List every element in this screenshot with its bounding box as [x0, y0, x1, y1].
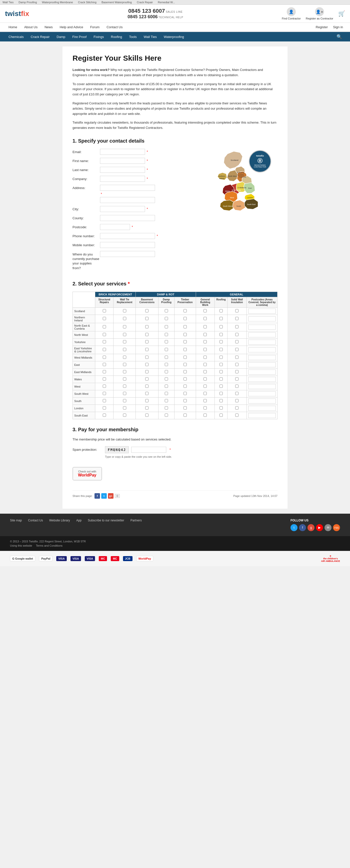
- service-checkbox[interactable]: [220, 377, 223, 380]
- service-checkbox[interactable]: [204, 384, 207, 388]
- service-checkbox[interactable]: [123, 333, 126, 336]
- service-checkbox[interactable]: [145, 377, 148, 380]
- address-input-2[interactable]: [100, 197, 155, 203]
- service-checkbox[interactable]: [123, 377, 126, 380]
- service-checkbox[interactable]: [235, 333, 238, 336]
- service-checkbox[interactable]: [235, 406, 238, 409]
- service-checkbox[interactable]: [123, 363, 126, 366]
- service-checkbox[interactable]: [204, 348, 207, 351]
- service-checkbox[interactable]: [204, 377, 207, 380]
- service-checkbox[interactable]: [165, 406, 168, 409]
- service-checkbox[interactable]: [103, 309, 106, 312]
- address-input-1[interactable]: [100, 185, 155, 191]
- service-checkbox[interactable]: [204, 370, 207, 373]
- postcode-input-cell[interactable]: [248, 413, 276, 418]
- service-checkbox[interactable]: [145, 370, 148, 373]
- service-checkbox[interactable]: [220, 355, 223, 359]
- service-checkbox[interactable]: [204, 406, 207, 409]
- ticker-basement[interactable]: Basement Waterproofing: [101, 1, 132, 4]
- service-checkbox[interactable]: [145, 333, 148, 336]
- postcode-input-cell[interactable]: [248, 355, 276, 360]
- cat-fire-proof[interactable]: Fire Proof: [69, 32, 90, 41]
- lastname-input[interactable]: [100, 167, 145, 173]
- service-checkbox[interactable]: [103, 413, 106, 417]
- mobile-input[interactable]: [100, 242, 155, 248]
- service-checkbox[interactable]: [183, 309, 187, 312]
- ticker-crack-repair[interactable]: Crack Repair: [137, 1, 153, 4]
- service-checkbox[interactable]: [145, 363, 148, 366]
- service-checkbox[interactable]: [165, 325, 168, 329]
- worldpay-button[interactable]: Check out with WorldPay: [72, 467, 102, 480]
- service-checkbox[interactable]: [235, 348, 238, 351]
- service-checkbox[interactable]: [220, 309, 223, 312]
- spam-input[interactable]: [131, 447, 166, 453]
- service-checkbox[interactable]: [123, 413, 126, 417]
- service-checkbox[interactable]: [103, 370, 106, 373]
- cat-damp[interactable]: Damp: [53, 32, 69, 41]
- postcode-input-cell[interactable]: [248, 362, 276, 367]
- footer-terms[interactable]: Terms and Conditions: [36, 544, 62, 547]
- cat-roofing[interactable]: Roofing: [108, 32, 126, 41]
- nav-about[interactable]: About Us: [21, 23, 41, 31]
- footer-partners[interactable]: Partners: [130, 519, 142, 522]
- footer-sitemap[interactable]: Site map: [10, 519, 22, 522]
- service-checkbox[interactable]: [204, 333, 207, 336]
- footer-contact[interactable]: Contact Us: [28, 519, 43, 522]
- service-checkbox[interactable]: [165, 333, 168, 336]
- service-checkbox[interactable]: [220, 413, 223, 417]
- phone-input[interactable]: [100, 233, 155, 239]
- service-checkbox[interactable]: [204, 363, 207, 366]
- service-checkbox[interactable]: [165, 355, 168, 359]
- service-checkbox[interactable]: [145, 355, 148, 359]
- service-checkbox[interactable]: [220, 340, 223, 343]
- googleplus-share-icon[interactable]: g+: [108, 493, 114, 499]
- service-checkbox[interactable]: [123, 406, 126, 409]
- postcode-input-cell[interactable]: [248, 391, 276, 396]
- service-checkbox[interactable]: [183, 325, 187, 329]
- service-checkbox[interactable]: [183, 413, 187, 417]
- service-checkbox[interactable]: [145, 406, 148, 409]
- service-checkbox[interactable]: [204, 399, 207, 402]
- service-checkbox[interactable]: [235, 317, 238, 320]
- service-checkbox[interactable]: [220, 392, 223, 395]
- service-checkbox[interactable]: [123, 348, 126, 351]
- company-input[interactable]: [100, 176, 145, 182]
- service-checkbox[interactable]: [123, 355, 126, 359]
- service-checkbox[interactable]: [103, 384, 106, 388]
- service-checkbox[interactable]: [103, 377, 106, 380]
- service-checkbox[interactable]: [235, 384, 238, 388]
- service-checkbox[interactable]: [183, 355, 187, 359]
- ticker-damp-proofing[interactable]: Damp Proofing: [19, 1, 37, 4]
- facebook-share-icon[interactable]: f: [94, 493, 100, 499]
- service-checkbox[interactable]: [103, 363, 106, 366]
- cat-tools[interactable]: Tools: [125, 32, 140, 41]
- service-checkbox[interactable]: [235, 413, 238, 417]
- service-checkbox[interactable]: [183, 377, 187, 380]
- postcode-input-cell[interactable]: [248, 399, 276, 404]
- service-checkbox[interactable]: [165, 413, 168, 417]
- nav-forum[interactable]: Forum: [87, 23, 103, 31]
- service-checkbox[interactable]: [235, 309, 238, 312]
- footer-youtube-icon[interactable]: ▶: [316, 524, 323, 531]
- nav-register[interactable]: Register: [314, 23, 330, 31]
- service-checkbox[interactable]: [165, 348, 168, 351]
- nav-signin[interactable]: Sign in: [331, 23, 345, 31]
- nav-news[interactable]: News: [41, 23, 56, 31]
- footer-app[interactable]: App: [76, 519, 82, 522]
- service-checkbox[interactable]: [145, 399, 148, 402]
- postcode-input-cell[interactable]: [248, 406, 276, 411]
- service-checkbox[interactable]: [220, 348, 223, 351]
- postcode-input-cell[interactable]: [248, 340, 276, 345]
- service-checkbox[interactable]: [165, 392, 168, 395]
- service-checkbox[interactable]: [103, 355, 106, 359]
- search-button[interactable]: 🔍: [333, 32, 345, 41]
- footer-using-website[interactable]: Using this website: [10, 544, 32, 547]
- service-checkbox[interactable]: [183, 348, 187, 351]
- service-checkbox[interactable]: [183, 317, 187, 320]
- service-checkbox[interactable]: [235, 370, 238, 373]
- service-checkbox[interactable]: [220, 363, 223, 366]
- footer-email-icon[interactable]: ✉: [324, 524, 331, 531]
- footer-twitter-icon[interactable]: t: [291, 524, 297, 531]
- service-checkbox[interactable]: [204, 413, 207, 417]
- service-checkbox[interactable]: [235, 399, 238, 402]
